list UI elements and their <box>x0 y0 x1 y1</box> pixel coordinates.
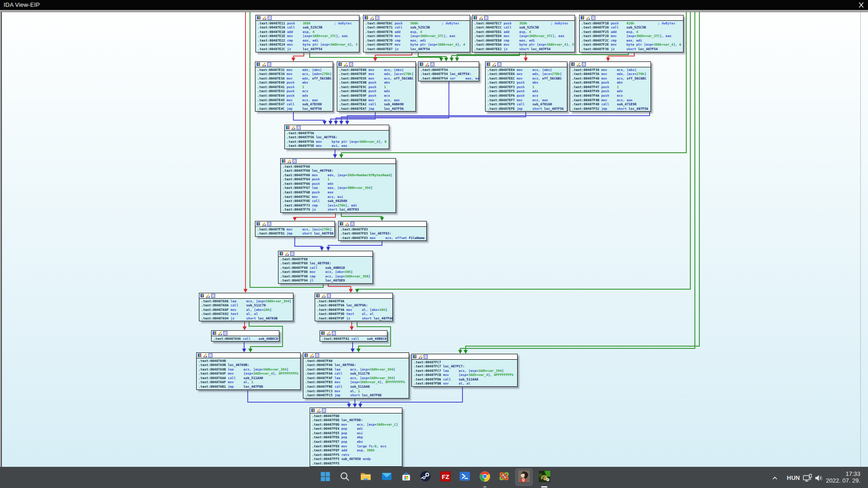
node-group-icon[interactable] <box>290 252 294 256</box>
node-group-icon[interactable] <box>208 353 212 357</box>
node-comment-icon[interactable] <box>425 62 429 66</box>
node-comment-icon[interactable] <box>262 222 266 226</box>
node-title-bar[interactable] <box>255 221 335 227</box>
node-group-icon[interactable] <box>350 222 354 226</box>
node-title-bar[interactable] <box>570 62 651 67</box>
node-407F88[interactable]: .text:00407F88.text:00407F88 loc_407F88:… <box>278 251 373 284</box>
node-color-icon[interactable] <box>286 126 290 130</box>
node-title-bar[interactable] <box>212 331 279 336</box>
node-title-bar[interactable] <box>256 15 359 21</box>
image-viewer-button[interactable]: 6 <box>515 469 533 486</box>
node-color-icon[interactable] <box>311 408 315 413</box>
node-comment-icon[interactable] <box>203 353 207 357</box>
node-color-icon[interactable] <box>413 355 417 359</box>
graph-view[interactable]: .text:00407E11 push 388h ; dwBytes.text:… <box>2 12 868 467</box>
node-color-icon[interactable] <box>257 16 261 20</box>
node-color-icon[interactable] <box>256 62 260 66</box>
node-group-icon[interactable] <box>424 355 428 359</box>
node-color-icon[interactable] <box>304 353 308 357</box>
chevron-up-icon[interactable] <box>769 467 780 488</box>
node-group-icon[interactable] <box>211 294 215 298</box>
node-group-icon[interactable] <box>315 353 319 357</box>
node-comment-icon[interactable] <box>492 62 496 66</box>
node-407FA1[interactable]: .text:00407FA1 call sub_40B8C0 <box>320 330 387 342</box>
node-group-icon[interactable] <box>327 294 331 298</box>
chrome-button[interactable] <box>476 469 493 486</box>
node-comment-icon[interactable] <box>345 222 349 226</box>
node-407E6C[interactable]: .text:00407E6C push 500h ; dwBytes.text:… <box>363 15 470 52</box>
node-title-bar[interactable] <box>337 62 415 67</box>
node-407E32[interactable]: .text:00407E32 mov edx, [ebx].text:00407… <box>255 61 333 112</box>
node-group-icon[interactable] <box>582 62 586 66</box>
node-title-bar[interactable] <box>199 293 293 299</box>
node-comment-icon[interactable] <box>262 16 266 20</box>
node-comment-icon[interactable] <box>310 353 314 357</box>
node-407F54[interactable]: .text:00407F54.text:00407F54 loc_407F54:… <box>418 61 479 81</box>
node-group-icon[interactable] <box>591 16 595 20</box>
file-explorer-button[interactable] <box>357 469 374 486</box>
node-color-icon[interactable] <box>279 252 283 256</box>
store-button[interactable] <box>397 469 415 486</box>
snake-image-button[interactable] <box>536 469 553 486</box>
node-title-bar[interactable] <box>339 221 426 227</box>
node-comment-icon[interactable] <box>206 294 210 298</box>
filezilla-button[interactable]: FZ <box>437 469 454 486</box>
node-group-icon[interactable] <box>223 331 227 335</box>
node-group-icon[interactable] <box>349 62 353 66</box>
node-group-icon[interactable] <box>332 331 336 335</box>
node-color-icon[interactable] <box>340 222 344 226</box>
node-title-bar[interactable] <box>303 353 409 358</box>
node-title-bar[interactable] <box>278 251 373 257</box>
node-title-bar[interactable] <box>486 62 567 67</box>
node-title-bar[interactable] <box>580 15 683 21</box>
color-app-button[interactable] <box>495 469 513 486</box>
node-comment-icon[interactable] <box>262 62 266 66</box>
node-color-icon[interactable] <box>212 331 217 335</box>
node-407F9A[interactable]: .text:00407F9A.text:00407F9A loc_407F9A:… <box>315 293 393 321</box>
language-indicator[interactable]: HUN <box>784 467 802 488</box>
node-comment-icon[interactable] <box>326 331 330 335</box>
node-comment-icon[interactable] <box>370 16 374 20</box>
node-color-icon[interactable] <box>473 16 477 20</box>
node-color-icon[interactable] <box>486 62 491 66</box>
node-group-icon[interactable] <box>297 126 301 130</box>
node-comment-icon[interactable] <box>576 62 580 66</box>
node-title-bar[interactable] <box>320 331 387 336</box>
node-title-bar[interactable] <box>412 354 517 360</box>
node-407E8D[interactable]: .text:00407E8D mov ecx, [ebx].text:00407… <box>337 61 416 112</box>
node-comment-icon[interactable] <box>418 355 422 359</box>
start-button[interactable] <box>316 469 334 486</box>
node-407A9B[interactable]: .text:00407A9B.text:00407A9B loc_407A9B:… <box>196 352 301 390</box>
mail-button[interactable] <box>378 469 395 486</box>
node-comment-icon[interactable] <box>285 252 289 256</box>
node-407A86[interactable]: .text:00407A86 lea ecx, [esp+3A8h+var_39… <box>199 293 293 321</box>
node-title-bar[interactable] <box>281 159 396 164</box>
node-group-icon[interactable] <box>322 408 326 413</box>
node-407F83[interactable]: .text:00407F83.text:00407F83 loc_407F83:… <box>338 221 427 241</box>
node-color-icon[interactable] <box>321 331 325 335</box>
node-407F7B[interactable]: .text:00407F7B mov ecx, [esi+270h].text:… <box>255 221 335 237</box>
node-407FDD[interactable]: .text:00407FDD.text:00407FDD loc_407FDD:… <box>310 408 402 467</box>
node-title-bar[interactable] <box>285 125 389 131</box>
node-comment-icon[interactable] <box>321 294 326 298</box>
node-color-icon[interactable] <box>200 294 204 298</box>
node-color-icon[interactable] <box>364 16 368 20</box>
node-color-icon[interactable] <box>316 294 320 298</box>
node-comment-icon[interactable] <box>586 16 590 20</box>
node-title-bar[interactable] <box>255 62 333 67</box>
node-comment-icon[interactable] <box>479 16 483 20</box>
node-407E11[interactable]: .text:00407E11 push 388h ; dwBytes.text:… <box>255 15 359 52</box>
node-group-icon[interactable] <box>484 16 488 20</box>
node-color-icon[interactable] <box>580 16 585 20</box>
node-color-icon[interactable] <box>420 62 424 66</box>
node-color-icon[interactable] <box>338 62 342 66</box>
node-407F60[interactable]: .text:00407F60.text:00407F60 loc_407F60:… <box>280 158 396 213</box>
node-title-bar[interactable] <box>363 15 470 21</box>
node-title-bar[interactable] <box>472 15 575 21</box>
node-comment-icon[interactable] <box>316 408 321 413</box>
node-comment-icon[interactable] <box>218 331 222 335</box>
node-title-bar[interactable] <box>197 353 300 358</box>
node-color-icon[interactable] <box>571 62 575 66</box>
node-407EE4[interactable]: .text:00407EE4 mov ecx, [ebx].text:00407… <box>485 61 567 112</box>
node-407A96[interactable]: .text:00407A96 call sub_40B8C0 <box>211 330 279 342</box>
